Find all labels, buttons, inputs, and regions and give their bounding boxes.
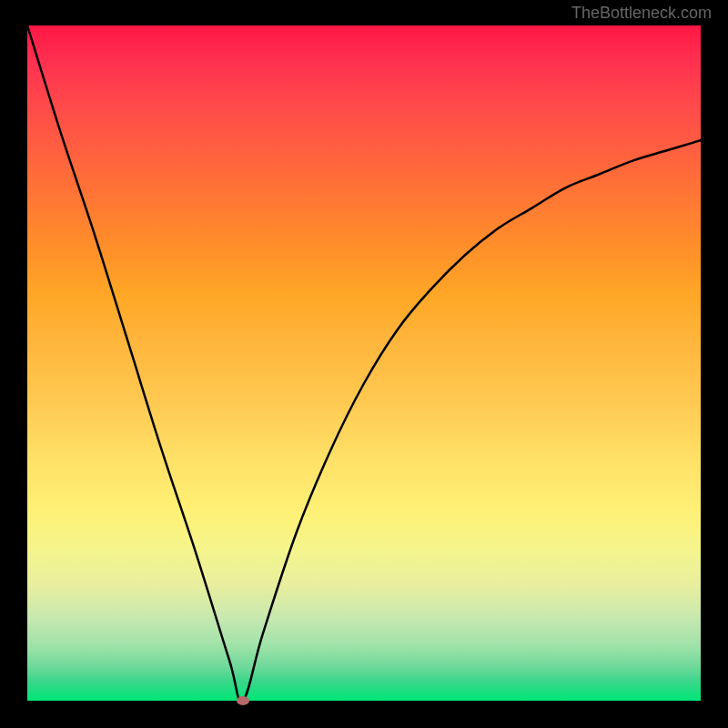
- minimum-marker: [237, 696, 249, 705]
- watermark-text: TheBottleneck.com: [571, 4, 712, 23]
- bottleneck-curve: [27, 25, 701, 701]
- chart-plot-area: [27, 25, 701, 701]
